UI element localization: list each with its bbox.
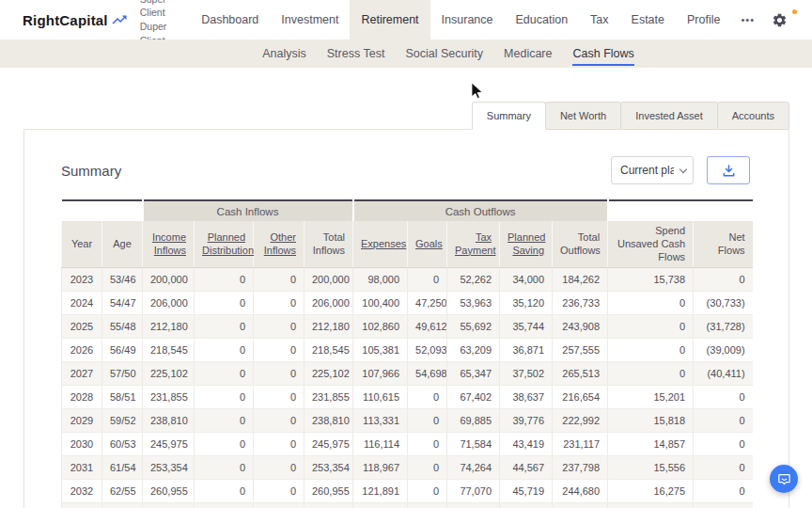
topnav-item-estate[interactable]: Estate [620, 0, 676, 40]
cell-net-flows: (30,733) [694, 292, 753, 315]
cell-tax-payment: 74,264 [447, 456, 500, 480]
col-header-planned-distribution[interactable]: PlannedDistribution [195, 221, 254, 268]
panel-controls: Current plan [611, 156, 750, 184]
cell-income-inflows: 225,102 [143, 362, 195, 386]
cell-planned-distribution: 0 [195, 386, 254, 409]
topnav-item-profile[interactable]: Profile [676, 0, 731, 40]
col-header-expenses[interactable]: Expenses [353, 221, 408, 268]
cell-age: 61/54 [102, 456, 143, 480]
col-header-tax-payment[interactable]: TaxPayment [447, 221, 500, 268]
cell-other-inflows: 0 [254, 292, 304, 315]
group-header-cash-inflows: Cash Inflows [143, 200, 353, 221]
cell-age: 60/53 [102, 433, 143, 456]
cell-tax-payment: 65,347 [447, 362, 500, 386]
topnav-item-retirement[interactable]: Retirement [350, 0, 429, 40]
top-bar: RightCapital Super Client Duper Client D… [0, 0, 812, 40]
topnav-item-dashboard[interactable]: Dashboard [190, 0, 270, 40]
more-menu-button[interactable]: ••• [731, 14, 764, 25]
cell-year: 2023 [62, 268, 102, 292]
tab-invested-asset[interactable]: Invested Asset [620, 102, 718, 130]
cell-income-inflows: 253,354 [143, 456, 195, 480]
col-header-planned-saving[interactable]: PlannedSaving [500, 221, 553, 268]
cell-planned-saving: 46,878 [500, 503, 553, 508]
cell-planned-distribution: 0 [195, 433, 254, 456]
cell-planned-distribution: 0 [195, 480, 254, 503]
download-button[interactable] [707, 156, 750, 184]
cell-total-inflows: 225,102 [304, 362, 353, 386]
top-nav: DashboardInvestmentRetirementInsuranceEd… [190, 0, 731, 40]
cell-total-inflows: 260,955 [304, 480, 353, 503]
subnav-item-analysis[interactable]: Analysis [252, 40, 317, 68]
col-header-other-inflows[interactable]: OtherInflows [254, 221, 304, 268]
cell-expenses: 113,331 [353, 409, 408, 433]
cell-spend-unsaved-cash-flows: 0 [608, 339, 694, 362]
chat-button[interactable] [770, 465, 798, 493]
cash-flow-table: Cash InflowsCash OutflowsYearAgeIncomeIn… [61, 199, 753, 508]
cell-planned-distribution: 0 [195, 409, 254, 433]
cell-age: 53/46 [102, 268, 143, 292]
cell-tax-payment: 53,963 [447, 292, 500, 315]
cell-tax-payment: 55,692 [447, 315, 500, 339]
cash-flow-table-wrap: Cash InflowsCash OutflowsYearAgeIncomeIn… [61, 199, 750, 508]
cell-other-inflows: 0 [254, 386, 304, 409]
cell-income-inflows: 260,955 [143, 480, 195, 503]
cell-expenses: 110,615 [353, 386, 408, 409]
cell-other-inflows: 0 [254, 339, 304, 362]
topnav-item-insurance[interactable]: Insurance [430, 0, 505, 40]
cell-goals: 0 [408, 480, 447, 503]
cell-spend-unsaved-cash-flows: 0 [608, 315, 694, 339]
topnav-item-tax[interactable]: Tax [579, 0, 619, 40]
cell-goals: 0 [408, 386, 447, 409]
cell-total-inflows: 245,975 [304, 433, 353, 456]
cell-net-flows: 0 [694, 386, 753, 409]
cell-net-flows: (31,728) [694, 315, 753, 339]
table-row-2031: 203161/54253,35400253,354118,967074,2644… [62, 456, 753, 480]
cell-spend-unsaved-cash-flows: 15,201 [608, 386, 694, 409]
cell-total-inflows: 206,000 [304, 292, 353, 315]
cell-planned-saving: 35,120 [500, 292, 553, 315]
col-header-income-inflows[interactable]: IncomeInflows [143, 221, 195, 268]
subnav-item-stress-test[interactable]: Stress Test [317, 40, 396, 68]
cell-age: 59/52 [102, 409, 143, 433]
topnav-item-education[interactable]: Education [505, 0, 580, 40]
cell-total-inflows: 268,783 [304, 503, 353, 508]
plan-select[interactable]: Current plan [611, 156, 694, 184]
cell-expenses: 105,381 [353, 339, 408, 362]
tab-accounts[interactable]: Accounts [717, 102, 789, 130]
col-header-total-inflows: TotalInflows [304, 221, 353, 268]
cell-total-outflows: 257,555 [553, 339, 608, 362]
page-title: Summary [61, 163, 121, 179]
tab-net-worth[interactable]: Net Worth [545, 102, 621, 130]
subnav-item-cash-flows[interactable]: Cash Flows [562, 40, 644, 68]
topnav-item-investment[interactable]: Investment [270, 0, 350, 40]
cell-planned-saving: 34,000 [500, 268, 553, 292]
cell-total-outflows: 236,733 [553, 292, 608, 315]
cell-planned-distribution: 0 [195, 268, 254, 292]
col-header-spend-unsaved-cash-flows: SpendUnsaved CashFlows [608, 221, 694, 268]
col-header-goals[interactable]: Goals [408, 221, 447, 268]
cell-expenses: 107,966 [353, 362, 408, 386]
mouse-cursor [468, 81, 485, 100]
settings-button[interactable] [764, 12, 812, 28]
cell-income-inflows: 206,000 [143, 292, 195, 315]
tab-summary[interactable]: Summary [472, 102, 546, 130]
cell-other-inflows: 0 [254, 268, 304, 292]
cell-expenses: 100,400 [353, 292, 408, 315]
cell-planned-saving: 35,744 [500, 315, 553, 339]
cell-total-inflows: 218,545 [304, 339, 353, 362]
cell-total-inflows: 238,810 [304, 409, 353, 433]
group-header-empty [62, 200, 143, 221]
cell-spend-unsaved-cash-flows: 15,738 [608, 268, 694, 292]
cell-other-inflows: 0 [254, 433, 304, 456]
col-header-net-flows: Net Flows [694, 221, 753, 268]
brand-logo[interactable]: RightCapital [23, 11, 129, 28]
subnav-item-social-security[interactable]: Social Security [395, 40, 493, 68]
table-row-2030: 203060/53245,97500245,975116,114071,5844… [62, 433, 753, 456]
table-header-row: YearAgeIncomeInflowsPlannedDistributionO… [62, 221, 753, 268]
table-row-2028: 202858/51231,85500231,855110,615067,4023… [62, 386, 753, 409]
col-header-age: Age [102, 221, 143, 268]
cell-income-inflows: 212,180 [143, 315, 195, 339]
cell-tax-payment: 79,962 [447, 503, 500, 508]
subnav-item-medicare[interactable]: Medicare [493, 40, 562, 68]
cell-net-flows: 0 [694, 503, 753, 508]
